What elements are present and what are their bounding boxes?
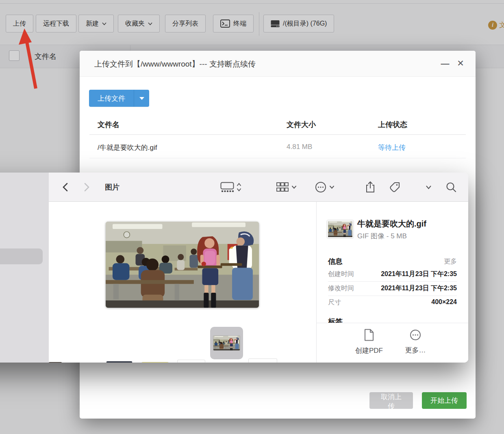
chevron-down-icon (330, 186, 334, 189)
thumbnail-food[interactable] (49, 362, 62, 363)
chevron-right-icon (84, 182, 90, 192)
cancel-upload-button[interactable]: 取消上传 (369, 392, 413, 409)
upload-file-label: 上传文件 (98, 94, 125, 103)
caret-down-icon (139, 97, 144, 100)
file-name: 牛就是要吹大的.gif (357, 218, 426, 229)
row-divider (328, 296, 457, 296)
modified-value: 2021年11月23日 下午2:35 (381, 284, 457, 293)
thumbnail-document[interactable] (178, 360, 205, 363)
toolbar-overflow-chevron[interactable] (426, 173, 431, 202)
created-label: 创建时间 (328, 270, 354, 279)
forward-button[interactable] (84, 173, 90, 202)
dimensions-value: 400×224 (431, 298, 457, 306)
more-action[interactable]: 更多… (393, 329, 438, 355)
col-header-filename: 文件名 (98, 120, 119, 130)
finder-info-panel: 牛就是要吹大的.gif GIF 图像 - 5 MB 信息 更多 创建时间 202… (316, 202, 468, 363)
thumbnail-gif-selected[interactable] (213, 336, 240, 350)
back-button[interactable] (62, 173, 68, 202)
chevron-down-icon (292, 186, 296, 189)
thumbnail-document-annotated[interactable] (249, 359, 277, 363)
table-row-divider (89, 158, 466, 158)
ellipsis-circle-icon (410, 329, 421, 341)
tags-button[interactable] (389, 173, 401, 202)
upload-dialog-header: 上传文件到【/www/wwwroot】--- 支持断点续传 — ✕ (80, 51, 476, 77)
thumbnail-git[interactable]: git (106, 361, 132, 363)
row-divider (328, 281, 457, 282)
more-info-link[interactable]: 更多 (444, 257, 457, 266)
more-actions-control[interactable] (315, 173, 334, 202)
gallery-view-icon (220, 182, 234, 192)
chevron-left-icon (62, 182, 68, 192)
gif-preview-image[interactable] (106, 222, 259, 308)
search-button[interactable] (445, 173, 457, 202)
create-pdf-label: 创建PDF (347, 346, 391, 355)
close-icon[interactable]: ✕ (454, 57, 467, 69)
search-icon (445, 181, 457, 193)
file-size-cell: 4.81 MB (287, 143, 312, 151)
file-name-cell: /牛就是要吹大的.gif (98, 143, 157, 152)
gif-preview-art (328, 221, 352, 237)
share-icon (365, 181, 376, 193)
up-down-chevrons-icon (237, 182, 241, 192)
col-header-status: 上传状态 (378, 120, 407, 130)
upload-dialog-title: 上传文件到【/www/wwwroot】--- 支持断点续传 (94, 59, 256, 69)
finder-window-title: 图片 (105, 182, 119, 192)
document-icon (364, 329, 374, 341)
finder-sidebar (0, 173, 49, 363)
group-icon (276, 182, 289, 192)
finder-content: git (49, 202, 316, 363)
group-by-control[interactable] (276, 173, 296, 202)
info-section-title: 信息 (328, 257, 343, 266)
minimize-icon[interactable]: — (439, 57, 451, 69)
create-pdf-action[interactable]: 创建PDF (347, 329, 391, 355)
ellipsis-circle-icon (315, 181, 326, 193)
start-upload-button[interactable]: 开始上传 (422, 392, 467, 409)
created-value: 2021年11月23日 下午2:35 (381, 270, 457, 279)
more-action-label: 更多… (393, 345, 438, 355)
sidebar-selected-item[interactable] (0, 248, 43, 264)
chevron-down-icon (426, 186, 431, 189)
file-thumbnail (327, 220, 353, 238)
upload-file-split-button: 上传文件 (89, 90, 149, 107)
upload-file-button[interactable]: 上传文件 (89, 90, 134, 107)
finder-window: 图片 (0, 173, 468, 363)
file-type-size: GIF 图像 - 5 MB (357, 231, 407, 241)
tag-icon (389, 181, 401, 193)
upload-file-dropdown[interactable] (134, 90, 149, 107)
share-button[interactable] (365, 173, 376, 202)
modified-label: 修改时间 (328, 284, 354, 293)
annotation-arrow (15, 28, 44, 93)
thumbnail-spreadsheet[interactable] (142, 362, 168, 363)
file-status-link[interactable]: 等待上传 (378, 143, 406, 152)
view-mode-control[interactable] (220, 173, 241, 202)
col-header-filesize: 文件大小 (287, 120, 316, 130)
table-header-divider (89, 134, 466, 135)
gif-preview-art (106, 222, 259, 308)
gif-preview-art (213, 336, 240, 350)
dimensions-label: 尺寸 (328, 298, 341, 307)
quick-actions-bar: 创建PDF 更多… (317, 323, 468, 363)
